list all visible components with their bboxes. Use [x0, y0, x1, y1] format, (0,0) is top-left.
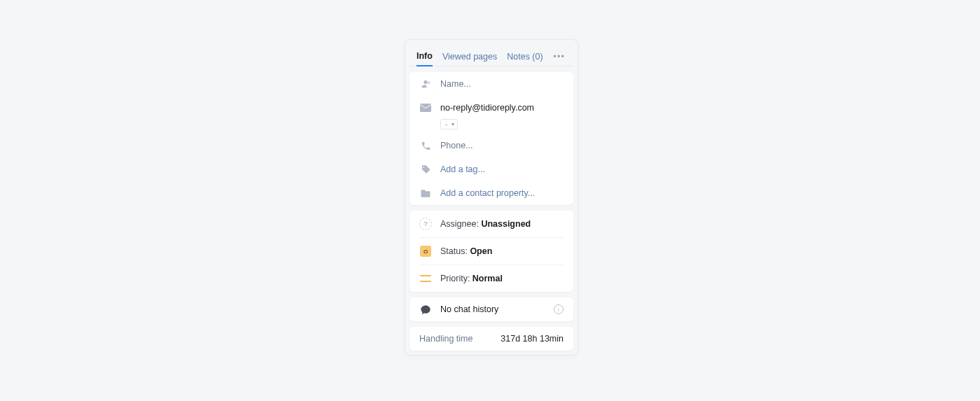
meta-card: ? Assignee: Unassigned O Status: Open Pr… [410, 211, 573, 292]
phone-icon [419, 139, 432, 152]
chat-icon [419, 303, 432, 316]
assignee-text: Assignee: Unassigned [440, 219, 531, 229]
priority-row[interactable]: Priority: Normal [410, 265, 573, 292]
contact-info-panel: Info Viewed pages Notes (0) ••• Name... … [405, 39, 578, 356]
add-property-field[interactable]: Add a contact property... [440, 188, 564, 198]
mail-icon [419, 101, 432, 114]
chat-history-row[interactable]: No chat history i [410, 297, 573, 321]
property-row[interactable]: Add a contact property... [410, 181, 573, 205]
status-row[interactable]: O Status: Open [410, 238, 573, 265]
status-text: Status: Open [440, 246, 492, 256]
name-row[interactable]: Name... [410, 72, 573, 96]
name-field[interactable]: Name... [440, 79, 564, 89]
assignee-icon: ? [419, 218, 432, 230]
handling-time-value: 317d 18h 13min [500, 334, 564, 344]
tab-viewed-pages[interactable]: Viewed pages [442, 48, 497, 66]
handling-time-label: Handling time [419, 334, 472, 344]
phone-row[interactable]: Phone... [410, 134, 573, 157]
handling-time-card: Handling time 317d 18h 13min [410, 327, 573, 351]
phone-field[interactable]: Phone... [440, 141, 564, 150]
add-tag-field[interactable]: Add a tag... [440, 164, 564, 174]
country-select[interactable]: - [440, 119, 458, 129]
person-icon [419, 78, 432, 90]
email-value[interactable]: no-reply@tidioreply.com [440, 103, 564, 113]
tab-bar: Info Viewed pages Notes (0) ••• [410, 44, 573, 66]
email-row[interactable]: no-reply@tidioreply.com [410, 96, 573, 117]
info-icon[interactable]: i [554, 304, 564, 314]
priority-text: Priority: Normal [440, 274, 503, 283]
tag-row[interactable]: Add a tag... [410, 157, 573, 181]
chat-history-card: No chat history i [410, 297, 573, 321]
assignee-row[interactable]: ? Assignee: Unassigned [410, 211, 573, 237]
more-icon[interactable]: ••• [553, 51, 566, 62]
folder-icon [419, 187, 432, 199]
priority-icon [419, 272, 432, 285]
handling-time-row: Handling time 317d 18h 13min [410, 327, 573, 351]
tab-notes[interactable]: Notes (0) [507, 48, 542, 66]
svg-rect-0 [420, 104, 431, 112]
contact-card: Name... no-reply@tidioreply.com - Phone.… [410, 72, 573, 205]
status-icon: O [419, 245, 432, 258]
chat-history-text: No chat history [440, 304, 545, 314]
tag-icon [419, 163, 432, 176]
tab-info[interactable]: Info [416, 47, 433, 66]
